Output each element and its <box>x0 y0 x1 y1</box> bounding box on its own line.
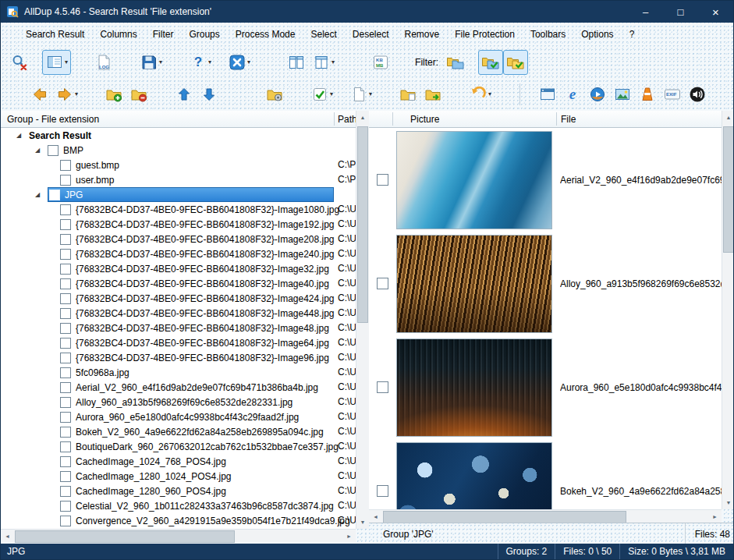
columns-multi-button[interactable]: ▾ <box>309 50 338 75</box>
tree-row-file[interactable]: Aurora_960_e5e180d0afc4c9938bc4f43c29faa… <box>1 409 356 424</box>
tree-row-file[interactable]: {76832BC4-DD37-4BE0-9FEC-BB6041808F32}-I… <box>1 232 356 246</box>
tree-row-file[interactable]: {76832BC4-DD37-4BE0-9FEC-BB6041808F32}-I… <box>1 202 356 217</box>
tree-row-file[interactable]: 5fc0968a.jpgC:\U <box>1 365 356 380</box>
tree-row-file[interactable]: CachedImage_1280_960_POS4.jpgC:\U <box>1 484 356 498</box>
menu-item-search-result[interactable]: Search Result <box>18 26 92 43</box>
preview-row[interactable]: Bokeh_V2_960_4a9e6622fd62a84a258eb269895… <box>369 439 722 509</box>
aerial-preview-image[interactable] <box>396 131 552 229</box>
tree-row-file[interactable]: {76832BC4-DD37-4BE0-9FEC-BB6041808F32}-I… <box>1 291 356 306</box>
checkbox[interactable] <box>60 323 71 334</box>
checkbox[interactable] <box>60 382 71 393</box>
scroll-down-arrow[interactable]: ▼ <box>722 496 734 509</box>
view-search-result-button[interactable]: ▾ <box>42 50 71 75</box>
tree-row-file[interactable]: {76832BC4-DD37-4BE0-9FEC-BB6041808F32}-I… <box>1 261 356 276</box>
tree-row-file[interactable]: BoutiqueDark_960_2670632012cab762c1b532b… <box>1 439 356 454</box>
expander-icon[interactable]: ◢ <box>16 132 29 139</box>
menu-item-select[interactable]: Select <box>303 26 344 43</box>
tree-row-file[interactable]: {76832BC4-DD37-4BE0-9FEC-BB6041808F32}-I… <box>1 321 356 335</box>
tree-row-file[interactable]: Convergence_V2_960_a4291915a9e359b054f1e… <box>1 513 356 528</box>
aurora-preview-image[interactable] <box>396 338 552 437</box>
checkbox[interactable] <box>60 264 71 275</box>
checkbox[interactable] <box>48 145 59 156</box>
tree-row-group-bmp[interactable]: ◢BMP <box>1 143 356 158</box>
menu-item-remove[interactable]: Remove <box>397 26 448 43</box>
preview-window-button[interactable] <box>535 82 560 107</box>
size-format-button[interactable]: KBMB <box>368 50 393 75</box>
scrollbar-thumb[interactable] <box>357 126 368 323</box>
checkbox[interactable] <box>60 278 71 289</box>
alloy-preview-image[interactable] <box>396 235 552 333</box>
columns-single-button[interactable] <box>284 50 309 75</box>
checkbox[interactable] <box>60 471 71 482</box>
expand-all-groups-button[interactable] <box>101 82 126 107</box>
tree-row-file[interactable]: Celestial_V2_960_1b011c282433a37463b96c8… <box>1 498 356 513</box>
forward-button[interactable]: ▾ <box>52 82 81 107</box>
column-header-path[interactable]: Path <box>338 114 357 125</box>
checkbox[interactable] <box>60 412 71 423</box>
file-list-button[interactable]: ▾ <box>346 82 375 107</box>
checkbox[interactable] <box>60 516 71 526</box>
menu-item-toolbars[interactable]: Toolbars <box>523 26 573 43</box>
checkbox[interactable] <box>60 456 71 467</box>
previous-group-button[interactable] <box>172 82 197 107</box>
filter-selected-button[interactable] <box>503 50 528 75</box>
preview-row[interactable]: Aerial_V2_960_e4f16d9ab2de9e07fc69b471b3… <box>369 128 722 232</box>
undo-button[interactable]: ▾ <box>466 82 495 107</box>
checkbox[interactable] <box>60 219 71 230</box>
scroll-left-arrow[interactable]: ◄ <box>1 530 14 542</box>
preview-row[interactable]: Alloy_960_a913b5f968269f69c6e8532de28233… <box>369 232 722 335</box>
scroll-left-arrow[interactable]: ◄ <box>369 510 382 523</box>
next-group-button[interactable] <box>197 82 222 107</box>
checkbox[interactable] <box>60 234 71 245</box>
checkbox[interactable] <box>377 174 388 186</box>
bokeh-preview-image[interactable] <box>396 442 552 510</box>
expander-icon[interactable]: ◢ <box>35 191 48 198</box>
checkbox[interactable] <box>60 353 71 363</box>
tree-row-file[interactable]: {76832BC4-DD37-4BE0-9FEC-BB6041808F32}-I… <box>1 276 356 291</box>
back-button[interactable] <box>27 82 52 107</box>
menu-item-columns[interactable]: Columns <box>92 26 144 43</box>
scroll-right-arrow[interactable]: ► <box>342 530 356 542</box>
vlc-button[interactable] <box>635 82 660 107</box>
menu-item-help[interactable]: ? <box>622 26 643 43</box>
scrollbar-thumb[interactable] <box>383 511 626 523</box>
checkbox[interactable] <box>60 204 71 215</box>
search-cancel-button[interactable] <box>7 50 32 75</box>
tree-row-file[interactable]: CachedImage_1024_768_POS4.jpgC:\U <box>1 454 356 469</box>
move-files-button[interactable] <box>420 82 445 107</box>
checkbox[interactable] <box>60 501 71 512</box>
checkbox[interactable] <box>60 367 71 378</box>
tree-row-search-result[interactable]: ◢Search Result <box>1 128 356 143</box>
close-search-result-button[interactable]: ▾ <box>225 50 254 75</box>
tree-row-file[interactable]: user.bmpC:\P <box>1 172 356 187</box>
tree-row-file[interactable]: {76832BC4-DD37-4BE0-9FEC-BB6041808F32}-I… <box>1 217 356 232</box>
tree-row-file[interactable]: guest.bmpC:\P <box>1 158 356 172</box>
save-button[interactable]: ▾ <box>137 50 165 75</box>
tree-row-file[interactable]: {76832BC4-DD37-4BE0-9FEC-BB6041808F32}-I… <box>1 335 356 350</box>
tree-row-file[interactable]: {76832BC4-DD37-4BE0-9FEC-BB6041808F32}-I… <box>1 350 356 365</box>
audio-preview-button[interactable] <box>685 82 710 107</box>
checkbox[interactable] <box>49 190 60 200</box>
help-button[interactable]: ? ▾ <box>186 50 215 75</box>
checkbox[interactable] <box>60 441 71 452</box>
expander-icon[interactable]: ◢ <box>35 147 48 154</box>
checkbox[interactable] <box>377 381 388 393</box>
column-header-picture[interactable]: Picture <box>410 114 439 125</box>
scroll-up-arrow[interactable]: ▲ <box>722 111 734 124</box>
checkbox[interactable] <box>377 278 388 289</box>
menu-item-process-mode[interactable]: Process Mode <box>228 26 303 43</box>
column-header-file[interactable]: File <box>561 114 576 125</box>
folder-options-button[interactable] <box>262 82 287 107</box>
tree-row-file[interactable]: {76832BC4-DD37-4BE0-9FEC-BB6041808F32}-I… <box>1 306 356 321</box>
scroll-up-arrow[interactable]: ▲ <box>356 111 369 124</box>
menu-item-options[interactable]: Options <box>573 26 621 43</box>
log-button[interactable]: LOG <box>91 50 116 75</box>
scrollbar-thumb[interactable] <box>723 126 734 253</box>
checkbox[interactable] <box>60 308 71 319</box>
tree-row-file[interactable]: Aerial_V2_960_e4f16d9ab2de9e07fc69b471b3… <box>1 380 356 395</box>
checkbox[interactable] <box>60 397 71 408</box>
checkbox[interactable] <box>60 249 71 260</box>
exif-button[interactable]: EXIF <box>660 82 685 107</box>
checkbox[interactable] <box>377 485 388 497</box>
checkbox[interactable] <box>60 293 71 304</box>
